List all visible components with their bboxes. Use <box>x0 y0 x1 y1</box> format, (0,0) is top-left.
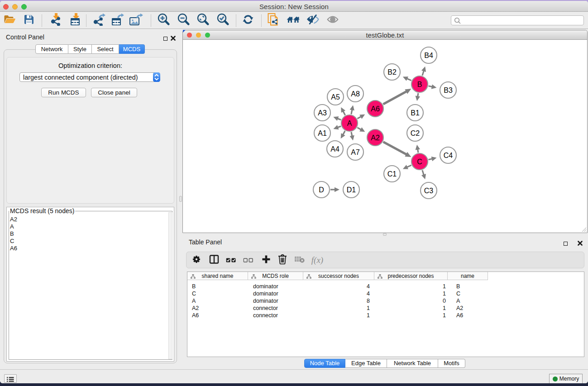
svg-text:C1: C1 <box>387 170 397 178</box>
svg-text:C3: C3 <box>424 187 434 195</box>
svg-text:B3: B3 <box>444 86 453 94</box>
svg-text:A1: A1 <box>318 129 327 137</box>
svg-text:C2: C2 <box>411 129 420 137</box>
svg-text:B: B <box>417 81 422 88</box>
svg-text:D1: D1 <box>347 186 356 194</box>
svg-text:D: D <box>319 186 324 194</box>
svg-text:A3: A3 <box>318 109 327 117</box>
svg-text:C4: C4 <box>444 152 453 159</box>
svg-text:B4: B4 <box>424 52 433 59</box>
svg-text:A4: A4 <box>330 145 339 153</box>
svg-text:A5: A5 <box>331 93 340 101</box>
svg-text:B2: B2 <box>387 68 397 76</box>
svg-text:A6: A6 <box>371 105 380 113</box>
svg-text:B1: B1 <box>411 109 420 117</box>
svg-text:A2: A2 <box>371 134 380 142</box>
svg-text:A7: A7 <box>351 148 360 156</box>
svg-text:A8: A8 <box>351 90 360 98</box>
svg-text:A: A <box>347 119 352 127</box>
svg-text:C: C <box>417 158 422 166</box>
